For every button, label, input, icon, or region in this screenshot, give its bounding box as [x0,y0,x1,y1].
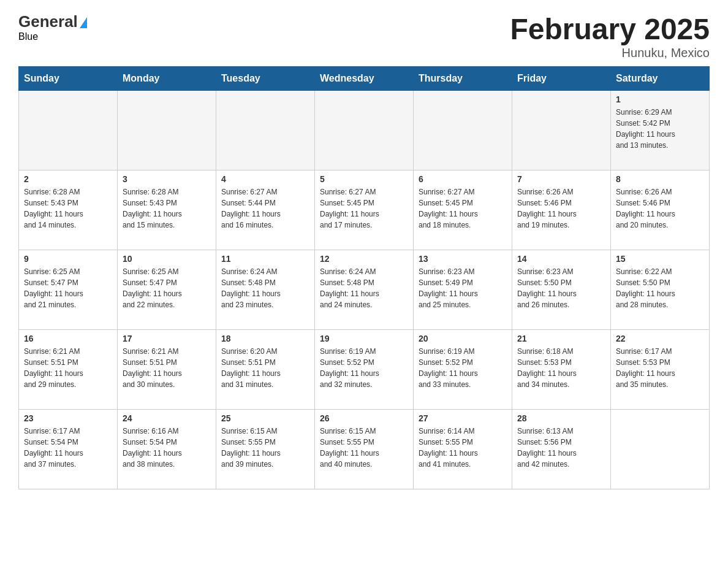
day-number: 20 [419,334,507,343]
day-number: 17 [123,334,211,343]
day-number: 25 [221,413,309,423]
calendar-cell: 26Sunrise: 6:15 AM Sunset: 5:55 PM Dayli… [315,410,414,489]
day-info: Sunrise: 6:29 AM Sunset: 5:42 PM Dayligh… [616,107,704,151]
calendar-cell: 25Sunrise: 6:15 AM Sunset: 5:55 PM Dayli… [216,410,315,489]
day-info: Sunrise: 6:13 AM Sunset: 5:56 PM Dayligh… [517,426,605,470]
day-number: 9 [24,254,112,264]
day-number: 18 [221,334,309,343]
calendar-cell [414,91,512,170]
calendar-week-row: 23Sunrise: 6:17 AM Sunset: 5:54 PM Dayli… [19,410,710,489]
logo-general: General [18,12,78,31]
day-info: Sunrise: 6:20 AM Sunset: 5:51 PM Dayligh… [221,346,309,390]
day-info: Sunrise: 6:15 AM Sunset: 5:55 PM Dayligh… [221,426,309,470]
calendar-week-row: 9Sunrise: 6:25 AM Sunset: 5:47 PM Daylig… [19,250,710,330]
day-info: Sunrise: 6:28 AM Sunset: 5:43 PM Dayligh… [123,186,211,231]
calendar-cell [611,410,710,489]
day-number: 10 [123,254,211,264]
day-number: 1 [616,94,704,104]
day-number: 19 [320,334,408,343]
calendar-cell: 3Sunrise: 6:28 AM Sunset: 5:43 PM Daylig… [118,170,216,250]
day-info: Sunrise: 6:14 AM Sunset: 5:55 PM Dayligh… [419,426,507,470]
day-number: 24 [123,413,211,423]
calendar-cell: 18Sunrise: 6:20 AM Sunset: 5:51 PM Dayli… [216,330,315,410]
calendar-cell: 7Sunrise: 6:26 AM Sunset: 5:46 PM Daylig… [512,170,611,250]
calendar-cell: 17Sunrise: 6:21 AM Sunset: 5:51 PM Dayli… [118,330,216,410]
calendar-cell: 6Sunrise: 6:27 AM Sunset: 5:45 PM Daylig… [414,170,512,250]
day-number: 16 [24,334,112,343]
day-info: Sunrise: 6:27 AM Sunset: 5:45 PM Dayligh… [419,186,507,231]
calendar-cell: 28Sunrise: 6:13 AM Sunset: 5:56 PM Dayli… [512,410,611,489]
calendar-cell [512,91,611,170]
calendar-cell: 2Sunrise: 6:28 AM Sunset: 5:43 PM Daylig… [19,170,118,250]
day-info: Sunrise: 6:26 AM Sunset: 5:46 PM Dayligh… [517,186,605,231]
header-monday: Monday [118,67,216,91]
day-info: Sunrise: 6:27 AM Sunset: 5:44 PM Dayligh… [221,186,309,231]
day-number: 15 [616,254,704,264]
day-info: Sunrise: 6:23 AM Sunset: 5:50 PM Dayligh… [517,266,605,310]
day-number: 27 [419,413,507,423]
header-tuesday: Tuesday [216,67,315,91]
calendar-cell: 4Sunrise: 6:27 AM Sunset: 5:44 PM Daylig… [216,170,315,250]
day-info: Sunrise: 6:15 AM Sunset: 5:55 PM Dayligh… [320,426,408,470]
header-thursday: Thursday [414,67,512,91]
calendar-cell [216,91,315,170]
calendar-cell: 23Sunrise: 6:17 AM Sunset: 5:54 PM Dayli… [19,410,118,489]
calendar-cell: 9Sunrise: 6:25 AM Sunset: 5:47 PM Daylig… [19,250,118,330]
calendar-cell: 20Sunrise: 6:19 AM Sunset: 5:52 PM Dayli… [414,330,512,410]
day-number: 22 [616,334,704,343]
page-header: General Blue February 2025 Hunuku, Mexic… [18,12,710,60]
day-info: Sunrise: 6:19 AM Sunset: 5:52 PM Dayligh… [419,346,507,390]
day-info: Sunrise: 6:24 AM Sunset: 5:48 PM Dayligh… [221,266,309,310]
calendar-week-row: 16Sunrise: 6:21 AM Sunset: 5:51 PM Dayli… [19,330,710,410]
calendar-cell: 15Sunrise: 6:22 AM Sunset: 5:50 PM Dayli… [611,250,710,330]
day-number: 8 [616,174,704,184]
calendar-cell: 1Sunrise: 6:29 AM Sunset: 5:42 PM Daylig… [611,91,710,170]
day-number: 21 [517,334,605,343]
day-number: 26 [320,413,408,423]
calendar-cell: 27Sunrise: 6:14 AM Sunset: 5:55 PM Dayli… [414,410,512,489]
day-number: 4 [221,174,309,184]
calendar-cell: 10Sunrise: 6:25 AM Sunset: 5:47 PM Dayli… [118,250,216,330]
calendar-cell: 11Sunrise: 6:24 AM Sunset: 5:48 PM Dayli… [216,250,315,330]
calendar-cell: 8Sunrise: 6:26 AM Sunset: 5:46 PM Daylig… [611,170,710,250]
day-info: Sunrise: 6:25 AM Sunset: 5:47 PM Dayligh… [123,266,211,310]
day-number: 7 [517,174,605,184]
day-info: Sunrise: 6:21 AM Sunset: 5:51 PM Dayligh… [123,346,211,390]
calendar-cell: 24Sunrise: 6:16 AM Sunset: 5:54 PM Dayli… [118,410,216,489]
day-info: Sunrise: 6:23 AM Sunset: 5:49 PM Dayligh… [419,266,507,310]
day-number: 5 [320,174,408,184]
day-number: 14 [517,254,605,264]
header-wednesday: Wednesday [315,67,414,91]
header-sunday: Sunday [19,67,118,91]
calendar-cell: 22Sunrise: 6:17 AM Sunset: 5:53 PM Dayli… [611,330,710,410]
calendar-cell: 5Sunrise: 6:27 AM Sunset: 5:45 PM Daylig… [315,170,414,250]
calendar-cell: 12Sunrise: 6:24 AM Sunset: 5:48 PM Dayli… [315,250,414,330]
calendar-header-row: Sunday Monday Tuesday Wednesday Thursday… [19,67,710,91]
calendar-cell: 16Sunrise: 6:21 AM Sunset: 5:51 PM Dayli… [19,330,118,410]
calendar-table: Sunday Monday Tuesday Wednesday Thursday… [18,66,710,489]
calendar-cell [19,91,118,170]
calendar-cell [118,91,216,170]
day-info: Sunrise: 6:28 AM Sunset: 5:43 PM Dayligh… [24,186,112,231]
header-saturday: Saturday [611,67,710,91]
day-number: 28 [517,413,605,423]
calendar-cell: 13Sunrise: 6:23 AM Sunset: 5:49 PM Dayli… [414,250,512,330]
day-info: Sunrise: 6:24 AM Sunset: 5:48 PM Dayligh… [320,266,408,310]
day-number: 11 [221,254,309,264]
calendar-cell: 21Sunrise: 6:18 AM Sunset: 5:53 PM Dayli… [512,330,611,410]
day-number: 2 [24,174,112,184]
logo-triangle-icon [80,17,87,28]
calendar-subtitle: Hunuku, Mexico [510,46,710,60]
calendar-cell: 19Sunrise: 6:19 AM Sunset: 5:52 PM Dayli… [315,330,414,410]
day-number: 6 [419,174,507,184]
day-info: Sunrise: 6:25 AM Sunset: 5:47 PM Dayligh… [24,266,112,310]
calendar-cell: 14Sunrise: 6:23 AM Sunset: 5:50 PM Dayli… [512,250,611,330]
day-info: Sunrise: 6:17 AM Sunset: 5:53 PM Dayligh… [616,346,704,390]
day-info: Sunrise: 6:17 AM Sunset: 5:54 PM Dayligh… [24,426,112,470]
header-friday: Friday [512,67,611,91]
calendar-week-row: 1Sunrise: 6:29 AM Sunset: 5:42 PM Daylig… [19,91,710,170]
day-info: Sunrise: 6:21 AM Sunset: 5:51 PM Dayligh… [24,346,112,390]
calendar-title: February 2025 [510,12,710,46]
day-info: Sunrise: 6:16 AM Sunset: 5:54 PM Dayligh… [123,426,211,470]
title-block: February 2025 Hunuku, Mexico [510,12,710,60]
